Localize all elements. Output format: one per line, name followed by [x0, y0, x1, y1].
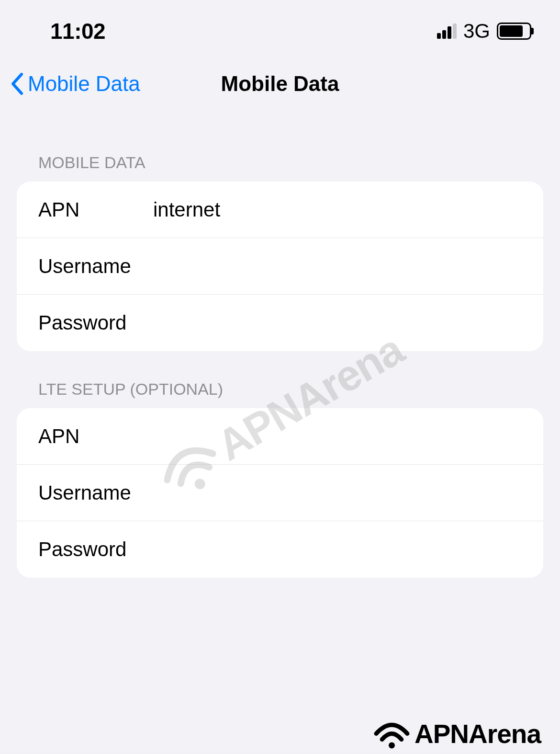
svg-point-1 — [389, 742, 395, 748]
label-lte-username: Username — [38, 481, 153, 504]
status-right: 3G — [437, 20, 531, 43]
label-apn: APN — [38, 198, 153, 221]
chevron-left-icon — [10, 72, 24, 96]
section-header-mobile-data: MOBILE DATA — [17, 115, 543, 182]
row-lte-password[interactable]: Password — [17, 521, 543, 578]
row-lte-username[interactable]: Username — [17, 465, 543, 521]
section-group-lte-setup: APN Username Password — [17, 408, 543, 578]
row-password[interactable]: Password — [17, 295, 543, 351]
label-username: Username — [38, 255, 153, 278]
back-button[interactable]: Mobile Data — [10, 72, 140, 96]
wifi-icon — [371, 718, 412, 749]
input-lte-username[interactable] — [153, 481, 522, 504]
label-lte-password: Password — [38, 538, 153, 561]
section-header-lte-setup: LTE SETUP (OPTIONAL) — [17, 351, 543, 408]
row-lte-apn[interactable]: APN — [17, 408, 543, 465]
label-lte-apn: APN — [38, 425, 153, 448]
back-label: Mobile Data — [28, 72, 140, 96]
page-title: Mobile Data — [221, 72, 339, 96]
battery-icon — [497, 23, 531, 40]
watermark-bottom-text: APNArena — [414, 719, 541, 749]
row-username[interactable]: Username — [17, 238, 543, 295]
status-time: 11:02 — [50, 18, 105, 44]
nav-bar: Mobile Data Mobile Data — [0, 48, 560, 115]
input-apn[interactable] — [153, 198, 522, 221]
label-password: Password — [38, 311, 153, 334]
input-lte-password[interactable] — [153, 538, 522, 561]
input-lte-apn[interactable] — [153, 425, 522, 448]
watermark-bottom: APNArena — [371, 718, 541, 749]
input-password[interactable] — [153, 311, 522, 334]
signal-icon — [437, 23, 457, 39]
section-group-mobile-data: APN Username Password — [17, 182, 543, 351]
network-type: 3G — [463, 20, 490, 43]
row-apn[interactable]: APN — [17, 182, 543, 238]
status-bar: 11:02 3G — [0, 0, 560, 48]
input-username[interactable] — [153, 255, 522, 278]
